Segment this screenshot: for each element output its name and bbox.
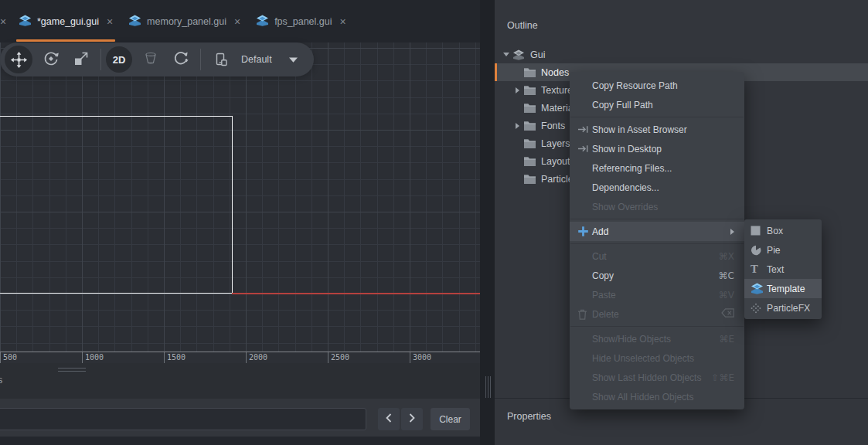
panel-drag-handle[interactable]: [58, 368, 86, 372]
menu-item-label: Show in Desktop: [592, 144, 662, 155]
clear-button[interactable]: Clear: [431, 408, 470, 430]
status-strip: [0, 437, 480, 445]
menu-shortcut: ⌘V: [713, 290, 734, 301]
box-icon: [751, 226, 767, 236]
menu-separator: [570, 117, 744, 117]
toolbar-separator: [100, 49, 101, 70]
menu-item-label: Show in Asset Browser: [592, 124, 687, 135]
menu-item-copy[interactable]: Copy⌘C: [570, 266, 744, 285]
2d-mode-button[interactable]: 2D: [106, 46, 132, 73]
tab-game-gui-gui[interactable]: *game_gui.gui×: [11, 0, 121, 42]
menu-separator: [570, 326, 744, 327]
menu-shortcut: ⇧⌘E: [705, 372, 734, 383]
expander-expanded-icon[interactable]: [501, 53, 512, 56]
display-profile-select[interactable]: Default: [241, 54, 272, 65]
find-next-button[interactable]: [401, 408, 423, 430]
layers-blue-icon: [751, 283, 767, 294]
reset-camera-button[interactable]: [172, 50, 190, 69]
submenu-item-box[interactable]: Box: [744, 221, 822, 240]
tree-item-label: Gui: [530, 49, 545, 60]
tab-bar: × *game_gui.gui×memory_panel.gui×fps_pan…: [0, 0, 480, 42]
tab-close-icon[interactable]: ×: [234, 15, 240, 28]
menu-item-label: Hide Unselected Objects: [592, 353, 694, 364]
menu-item-label: Show Overrides: [592, 202, 658, 212]
move-tool-button[interactable]: [5, 46, 32, 73]
folder-icon: [523, 68, 536, 77]
tree-item-gui[interactable]: Gui: [495, 46, 868, 63]
gui-document-icon: [128, 15, 141, 29]
context-menu: Copy Resource PathCopy Full PathShow in …: [570, 72, 744, 409]
menu-item-show-last-hidden-objects: Show Last Hidden Objects⇧⌘E: [570, 368, 744, 387]
menu-item-delete: Delete: [570, 304, 744, 324]
gui-canvas-bounds: [0, 116, 233, 294]
trash-icon: [577, 309, 592, 320]
perspective-camera-button[interactable]: [141, 50, 160, 69]
menu-shortcut: ⌘X: [713, 251, 734, 262]
gui-document-icon: [256, 15, 269, 29]
menu-item-show-in-desktop[interactable]: Show in Desktop: [570, 139, 744, 158]
menu-item-label: Show/Hide Objects: [592, 334, 671, 345]
expander-collapsed-icon[interactable]: [512, 87, 523, 93]
submenu-item-label: ParticleFX: [767, 303, 810, 314]
horizontal-ruler: 50010001500200025003000: [0, 352, 480, 363]
toolbar-separator: [200, 49, 201, 70]
tree-item-label: Layers: [541, 138, 570, 149]
menu-shortcut: ⌘E: [713, 334, 734, 345]
panel-divider: [480, 0, 495, 445]
rotate-tool-button[interactable]: [42, 50, 60, 69]
tab-label: *game_gui.gui: [37, 16, 99, 27]
menu-item-dependencies[interactable]: Dependencies...: [570, 178, 744, 197]
menu-item-label: Show Last Hidden Objects: [592, 372, 701, 383]
scene-viewport[interactable]: 2D Default: [0, 42, 480, 352]
menu-item-show-overrides: Show Overrides: [570, 197, 744, 216]
chevron-right-icon: [409, 413, 415, 425]
tab-label: memory_panel.gui: [147, 16, 226, 27]
tab-close-icon[interactable]: ×: [107, 15, 113, 28]
plus-blue-icon: [577, 226, 592, 237]
folder-icon: [523, 86, 536, 95]
menu-item-copy-resource-path[interactable]: Copy Resource Path: [570, 76, 744, 95]
menu-item-label: Show All Hidden Objects: [592, 392, 693, 403]
menu-item-referencing-files[interactable]: Referencing Files...: [570, 158, 744, 178]
submenu-item-pie[interactable]: Pie: [744, 240, 822, 260]
find-previous-button[interactable]: [378, 408, 400, 430]
tab-memory-panel-gui[interactable]: memory_panel.gui×: [121, 0, 248, 42]
tab-close-icon[interactable]: ×: [340, 15, 346, 28]
menu-item-label: Referencing Files...: [592, 163, 672, 174]
submenu-item-text[interactable]: TText: [744, 260, 822, 279]
submenu-arrow-icon: [730, 229, 734, 235]
menu-item-show-all-hidden-objects: Show All Hidden Objects: [570, 387, 744, 406]
menu-item-label: Copy: [592, 270, 614, 281]
submenu-item-template[interactable]: Template: [744, 279, 822, 298]
caret-down-icon[interactable]: [289, 57, 298, 63]
menu-item-hide-unselected-objects: Hide Unselected Objects: [570, 348, 744, 368]
menu-shortcut: ⌘C: [713, 270, 734, 281]
jump-icon: [577, 124, 592, 135]
ruler-tick: 3000: [410, 352, 431, 364]
menu-item-label: Copy Full Path: [592, 100, 653, 110]
device-icon: [212, 50, 230, 69]
viewport-toolbar: 2D Default: [0, 42, 314, 76]
scale-tool-button[interactable]: [72, 50, 90, 69]
folder-icon: [523, 121, 536, 131]
menu-item-label: Delete: [592, 309, 619, 320]
search-input[interactable]: [0, 408, 366, 430]
pie-icon: [751, 245, 767, 256]
tab-strip: *game_gui.gui×memory_panel.gui×fps_panel…: [11, 0, 354, 42]
add-submenu: BoxPieTTextTemplateParticleFX: [744, 219, 822, 319]
menu-item-copy-full-path[interactable]: Copy Full Path: [570, 95, 744, 114]
console-clipped-text: s: [0, 375, 2, 386]
menu-item-add[interactable]: Add: [570, 222, 744, 241]
folder-icon: [523, 175, 536, 184]
tab-fps-panel-gui[interactable]: fps_panel.gui×: [248, 0, 354, 42]
folder-icon: [523, 139, 536, 148]
vertical-splitter-handle[interactable]: [485, 376, 492, 398]
expander-collapsed-icon[interactable]: [512, 123, 523, 129]
partial-tab-close-icon[interactable]: ×: [0, 15, 11, 28]
ruler-tick: 1000: [82, 352, 104, 364]
submenu-item-particlefx[interactable]: ParticleFX: [744, 298, 822, 318]
frustum-icon: [141, 49, 160, 70]
menu-item-show-in-asset-browser[interactable]: Show in Asset Browser: [570, 120, 744, 139]
menu-item-cut: Cut⌘X: [570, 246, 744, 266]
menu-separator: [570, 219, 744, 219]
